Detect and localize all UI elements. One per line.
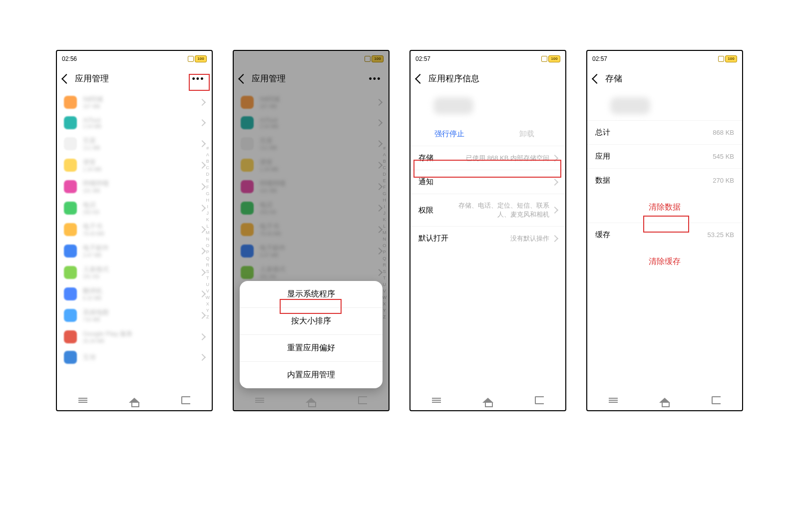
- chevron-right-icon: [199, 98, 206, 105]
- row-app: 应用 545 KB: [587, 144, 742, 168]
- alpha-index[interactable]: #ABCDEFGHIJKLMNOPQRSTUVWXYZ: [383, 146, 387, 319]
- chevron-right-icon: [376, 226, 383, 233]
- alpha-index[interactable]: #ABCDEFGHIJKLMNOPQRSTUVWXYZ: [206, 146, 210, 319]
- row-notifications[interactable]: 通知: [410, 170, 565, 194]
- app-row[interactable]: 便签1.34 MB: [234, 154, 389, 176]
- chevron-right-icon: [551, 154, 558, 161]
- app-row[interactable]: 电子书79.43 MB: [57, 219, 212, 240]
- row-open-default[interactable]: 默认打开 没有默认操作: [410, 226, 565, 250]
- app-row[interactable]: 电话250 KB: [57, 197, 212, 219]
- app-row[interactable]: 58同城107 MB: [234, 91, 389, 113]
- header: 存储: [587, 66, 742, 91]
- app-size: 250 KB: [83, 210, 200, 215]
- back-icon[interactable]: [415, 74, 425, 84]
- app-row[interactable]: 百度111 MB: [234, 133, 389, 154]
- nav-bar: [234, 390, 389, 410]
- home-icon[interactable]: [305, 394, 318, 407]
- app-name: 哔哩哔哩: [83, 179, 200, 188]
- chevron-right-icon: [376, 183, 383, 190]
- app-row[interactable]: AiTool2.54 MB: [234, 113, 389, 133]
- back-icon[interactable]: [61, 74, 71, 84]
- app-row[interactable]: 互传: [57, 347, 212, 367]
- app-row[interactable]: 百度111 MB: [57, 133, 212, 154]
- back-nav-icon[interactable]: [179, 394, 192, 407]
- row-storage[interactable]: 存储 已使用 868 KB 内部存储空间: [410, 146, 565, 170]
- app-icon: [241, 137, 254, 150]
- screen-app-management-menu: 02:56 100 应用管理 ••• #ABCDEFGHIJKLMNOPQRST…: [233, 50, 390, 411]
- app-name: 百度: [83, 136, 200, 145]
- app-icon: [64, 245, 77, 258]
- screen-app-management: 02:56 100 应用管理 ••• #ABCDEFGHIJKLMNOPQRST…: [56, 50, 213, 411]
- app-row[interactable]: 便签1.34 MB: [57, 154, 212, 176]
- app-name: 58同城: [260, 95, 377, 104]
- menu-reset-prefs[interactable]: 重置应用偏好: [240, 334, 383, 361]
- back-nav-icon[interactable]: [356, 394, 369, 407]
- app-row[interactable]: 电子邮件3.47 MB: [57, 240, 212, 262]
- row-permissions[interactable]: 权限 存储、电话、定位、短信、联系人、麦克风和相机: [410, 194, 565, 226]
- app-row[interactable]: 儿童模式291 KB: [57, 262, 212, 283]
- home-icon[interactable]: [481, 394, 494, 407]
- app-size: 1.34 MB: [260, 167, 377, 172]
- chevron-right-icon: [199, 161, 206, 168]
- app-size: 3.47 MB: [83, 253, 200, 258]
- nav-bar: [57, 390, 212, 410]
- row-total: 总计 868 KB: [587, 120, 742, 144]
- app-row[interactable]: 58同城107 MB: [57, 91, 212, 113]
- app-row[interactable]: 哔哩哔哩101 MB: [234, 176, 389, 197]
- app-name: 电子书: [83, 222, 200, 231]
- app-icon: [241, 245, 254, 258]
- recent-icon[interactable]: [76, 394, 89, 407]
- app-row[interactable]: 高德地图716 MB: [57, 304, 212, 326]
- app-row[interactable]: 儿童模式291 KB: [234, 262, 389, 283]
- menu-show-system-apps[interactable]: 显示系统程序: [240, 281, 383, 307]
- app-row[interactable]: AiTool2.54 MB: [57, 113, 212, 133]
- app-row[interactable]: 电话250 KB: [234, 197, 389, 219]
- app-name: 便签: [260, 158, 377, 167]
- menu-sort-by-size[interactable]: 按大小排序: [240, 307, 383, 334]
- app-list[interactable]: 58同城107 MBAiTool2.54 MB百度111 MB便签1.34 MB…: [57, 91, 212, 390]
- home-icon[interactable]: [128, 394, 141, 407]
- back-icon[interactable]: [592, 74, 602, 84]
- app-size: 107 MB: [83, 104, 200, 109]
- app-row[interactable]: 电子书79.43 MB: [234, 219, 389, 240]
- chevron-right-icon: [376, 140, 383, 147]
- back-icon[interactable]: [238, 74, 248, 84]
- app-name: 儿童模式: [83, 265, 200, 274]
- recent-icon[interactable]: [607, 394, 620, 407]
- app-name: Google Play 服务: [83, 329, 200, 338]
- more-button[interactable]: •••: [191, 73, 206, 85]
- row-data: 数据 270 KB: [587, 168, 742, 192]
- overflow-menu: 显示系统程序 按大小排序 重置应用偏好 内置应用管理: [240, 281, 383, 388]
- app-icon: [64, 287, 77, 300]
- clear-data-button[interactable]: 清除数据: [587, 192, 742, 223]
- clear-cache-button[interactable]: 清除缓存: [587, 247, 742, 277]
- app-icon: [241, 266, 254, 279]
- app-name: AiTool: [83, 116, 200, 124]
- app-icon: [64, 180, 77, 193]
- app-icon: [64, 351, 77, 364]
- clock: 02:56: [239, 55, 254, 62]
- app-name: 电子书: [260, 222, 377, 231]
- app-size: 250 KB: [260, 210, 377, 215]
- app-row[interactable]: Google Play 服务33.34 MB: [57, 326, 212, 347]
- home-icon[interactable]: [658, 394, 671, 407]
- app-row[interactable]: 电子邮件3.47 MB: [234, 240, 389, 262]
- menu-builtin-apps[interactable]: 内置应用管理: [240, 361, 383, 388]
- back-nav-icon[interactable]: [710, 394, 723, 407]
- app-size: 6.32 MB: [83, 295, 200, 301]
- recent-icon[interactable]: [253, 394, 266, 407]
- force-stop-button[interactable]: 强行停止: [410, 129, 488, 139]
- recent-icon[interactable]: [430, 394, 443, 407]
- app-size: 107 MB: [260, 104, 377, 109]
- app-icon: [241, 202, 254, 215]
- app-row[interactable]: 翻译机6.32 MB: [57, 283, 212, 304]
- chevron-right-icon: [376, 161, 383, 168]
- more-button[interactable]: •••: [368, 73, 383, 85]
- chevron-right-icon: [551, 207, 558, 214]
- app-row[interactable]: 哔哩哔哩101 MB: [57, 176, 212, 197]
- status-bar: 02:56 100: [234, 51, 389, 66]
- app-name: 58同城: [83, 95, 200, 104]
- app-name: 电话: [260, 201, 377, 210]
- back-nav-icon[interactable]: [533, 394, 546, 407]
- chevron-right-icon: [199, 247, 206, 254]
